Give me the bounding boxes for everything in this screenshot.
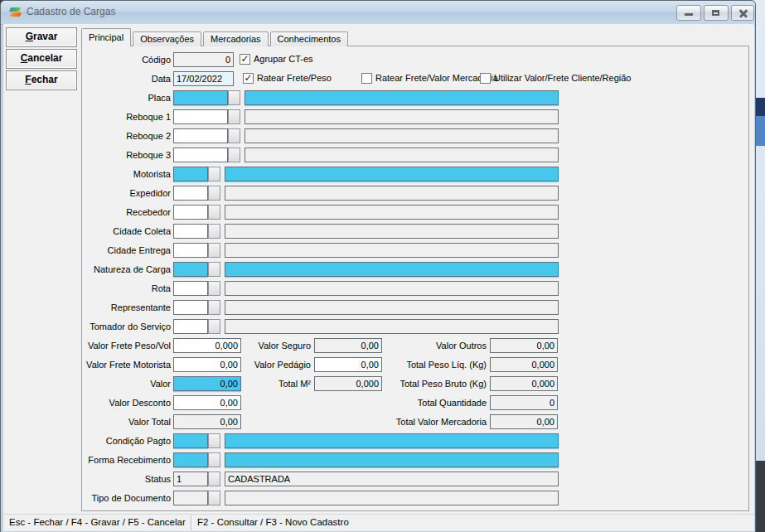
valor-desconto-input[interactable]: 0,00 [173, 395, 241, 410]
reboque-3-lookup-button[interactable] [228, 148, 240, 162]
condicao-pagto-lookup-button[interactable] [208, 433, 220, 448]
tipo-de-documento-code-input [173, 491, 208, 505]
total-peso-bruto-kg-input: 0,000 [490, 376, 558, 391]
agrupar-ct-es-checkbox[interactable]: ✓ [240, 54, 250, 65]
tipo-de-documento-lookup-button [208, 491, 220, 505]
motorista-label: Motorista [5, 167, 171, 181]
representante-label: Representante [5, 301, 171, 314]
recebedor-lookup-button[interactable] [208, 205, 220, 220]
total-peso-bruto-kg-label: Total Peso Bruto (Kg) [346, 377, 487, 390]
condicao-pagto-label: Condição Pagto [5, 434, 171, 447]
reboque-3-description-field [245, 148, 559, 162]
total-valor-mercadoria-input: 0,00 [490, 414, 558, 429]
representante-code-input[interactable] [173, 300, 208, 315]
valor-pedagio-label: Valor Pedágio [170, 358, 311, 371]
reboque-2-code-input[interactable] [173, 128, 228, 143]
data-label: Data [5, 72, 171, 85]
motorista-lookup-button[interactable] [208, 167, 220, 181]
forma-recebimento-description-field [225, 452, 559, 467]
status-code-input: 1 [173, 472, 208, 486]
expedidor-code-input[interactable] [173, 186, 208, 201]
tipo-de-documento-description-field [225, 491, 559, 505]
ratear-frete-peso-checkbox-label: Ratear Frete/Peso [257, 71, 332, 85]
forma-recebimento-lookup-button[interactable] [208, 452, 220, 467]
status-label: Status [5, 472, 171, 486]
tipo-de-documento-label: Tipo de Documento [5, 491, 171, 505]
natureza-de-carga-lookup-button[interactable] [208, 262, 220, 277]
cidade-entrega-lookup-button[interactable] [208, 243, 220, 258]
total-quantidade-input: 0 [490, 395, 558, 410]
tomador-do-servico-label: Tomador do Serviço [5, 320, 171, 333]
cidade-coleta-code-input[interactable] [173, 224, 208, 239]
forma-recebimento-label: Forma Recebimento [5, 453, 171, 467]
valor-desconto-label: Valor Desconto [5, 396, 171, 409]
motorista-code-input[interactable] [173, 167, 208, 181]
reboque-2-lookup-button[interactable] [228, 128, 240, 143]
codigo-label: Código [5, 53, 171, 66]
valor-seguro-label: Valor Seguro [170, 339, 311, 352]
total-quantidade-label: Total Quantidade [346, 396, 487, 409]
reboque-1-lookup-button[interactable] [228, 109, 240, 124]
total-peso-liq-kg-label: Total Peso Líq. (Kg) [346, 358, 487, 371]
condicao-pagto-code-input[interactable] [173, 433, 208, 448]
rota-lookup-button[interactable] [208, 281, 220, 296]
reboque-1-code-input[interactable] [173, 109, 228, 124]
cidade-entrega-label: Cidade Entrega [5, 244, 171, 257]
reboque-1-description-field [245, 109, 559, 124]
valor-frete-motorista-label: Valor Frete Motorista [5, 358, 171, 371]
status-lookup-button [208, 472, 220, 486]
tomador-do-servico-code-input[interactable] [173, 319, 208, 334]
valor-total-label: Valor Total [5, 415, 171, 428]
natureza-de-carga-code-input[interactable] [173, 262, 208, 277]
form-fields-layer: Código0✓Agrupar CT-esData17/02/2022✓Rate… [1, 1, 757, 532]
reboque-2-label: Reboque 2 [5, 129, 171, 143]
representante-description-field [225, 300, 559, 315]
recebedor-code-input[interactable] [173, 205, 208, 220]
utilizar-valor-frete-cliente-regiao-checkbox[interactable] [480, 73, 491, 84]
status-description-field: CADASTRADA [225, 472, 559, 486]
statusbar-shortcuts-right: F2 - Consultar / F3 - Novo Cadastro [197, 517, 349, 527]
motorista-description-field [225, 167, 559, 181]
valor-frete-peso-vol-label: Valor Frete Peso/Vol [5, 339, 171, 352]
ratear-frete-valor-mercadoria-checkbox[interactable] [361, 73, 372, 84]
cidade-entrega-description-field [225, 243, 559, 258]
reboque-3-label: Reboque 3 [5, 148, 171, 162]
recebedor-description-field [225, 205, 559, 220]
rota-description-field [225, 281, 559, 296]
valor-outros-label: Valor Outros [346, 339, 487, 352]
condicao-pagto-description-field [225, 433, 559, 448]
valor-total-input: 0,00 [173, 414, 241, 429]
placa-description-field [245, 90, 559, 105]
natureza-de-carga-description-field [225, 262, 559, 277]
reboque-1-label: Reboque 1 [5, 110, 171, 123]
forma-recebimento-code-input[interactable] [173, 452, 208, 467]
ratear-frete-peso-checkbox[interactable]: ✓ [243, 73, 254, 84]
total-m-label: Total M² [170, 377, 311, 390]
cidade-coleta-description-field [225, 224, 559, 239]
rota-code-input[interactable] [173, 281, 208, 296]
codigo-input: 0 [173, 52, 234, 67]
expedidor-lookup-button[interactable] [208, 186, 220, 201]
placa-label: Placa [5, 91, 171, 104]
cadastro-de-cargas-window: Cadastro de Cargas GravarCancelarFechar … [0, 0, 756, 532]
expedidor-label: Expedidor [5, 186, 171, 200]
statusbar-divider [191, 515, 191, 530]
reboque-3-code-input[interactable] [173, 148, 228, 162]
statusbar-shortcuts-left: Esc - Fechar / F4 - Gravar / F5 - Cancel… [9, 517, 186, 527]
data-input[interactable]: 17/02/2022 [173, 71, 234, 86]
natureza-de-carga-label: Natureza de Carga [5, 263, 171, 276]
expedidor-description-field [225, 186, 559, 201]
representante-lookup-button[interactable] [208, 300, 220, 315]
placa-lookup-button[interactable] [228, 90, 240, 105]
tomador-do-servico-lookup-button[interactable] [208, 319, 220, 334]
tomador-do-servico-description-field [225, 319, 559, 334]
background-block-dark [756, 461, 765, 532]
agrupar-ct-es-checkbox-label: Agrupar CT-es [254, 52, 313, 65]
cidade-entrega-code-input[interactable] [173, 243, 208, 258]
utilizar-valor-frete-cliente-regiao-checkbox-label: Utilizar Valor/Frete Cliente/Região [494, 71, 631, 85]
recebedor-label: Recebedor [5, 206, 171, 219]
cidade-coleta-lookup-button[interactable] [208, 224, 220, 239]
status-bar: Esc - Fechar / F4 - Gravar / F5 - Cancel… [3, 514, 754, 531]
placa-code-input[interactable] [173, 90, 228, 105]
total-peso-liq-kg-input: 0,000 [490, 357, 558, 372]
